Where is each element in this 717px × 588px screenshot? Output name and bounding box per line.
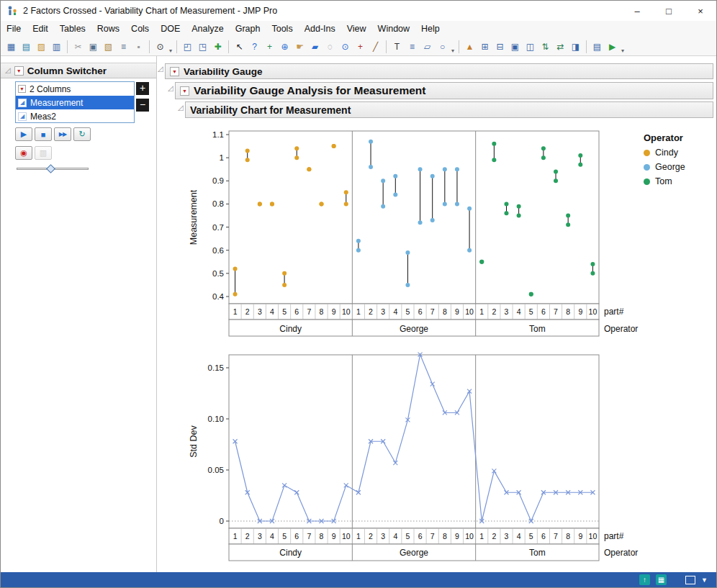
toolbar-overflow-icon[interactable]: ▾ — [621, 48, 624, 55]
menu-tables[interactable]: Tables — [54, 21, 91, 37]
svg-text:George: George — [400, 548, 428, 558]
script-icon[interactable]: ≡ — [117, 40, 130, 53]
copy-icon[interactable]: ▣ — [86, 40, 100, 53]
toolbar-overflow-icon[interactable]: ▾ — [169, 48, 172, 55]
legend-item-tom[interactable]: Tom — [644, 176, 685, 186]
toolbar-overflow-icon[interactable]: ▾ — [451, 48, 454, 55]
legend-label: Cindy — [655, 148, 678, 158]
crosshair-tool-icon[interactable]: + — [263, 40, 276, 53]
cut-icon[interactable]: ✂ — [71, 40, 85, 53]
oval-annotate-icon[interactable]: ○ — [436, 40, 449, 53]
speed-slider[interactable] — [17, 168, 89, 170]
new-journal-icon[interactable]: ▤ — [19, 40, 33, 53]
menu-file[interactable]: File — [1, 21, 27, 37]
stddev-chart-canvas[interactable]: 00.050.100.15123456789101234567891012345… — [166, 346, 713, 566]
lasso-tool-icon[interactable]: ◌ — [323, 40, 337, 53]
svg-text:10: 10 — [465, 307, 474, 316]
column-list-item[interactable]: ◢Meas2 — [16, 109, 134, 123]
report-icon[interactable]: ▣ — [508, 40, 522, 53]
menu-cols[interactable]: Cols — [125, 21, 155, 37]
disclosure-triangle-icon[interactable]: ◿ — [5, 67, 11, 74]
legend-item-cindy[interactable]: Cindy — [644, 148, 685, 158]
loop-button[interactable]: ↻ — [73, 127, 91, 141]
summary-icon[interactable]: ⊟ — [493, 40, 507, 53]
script-window-icon[interactable]: ▤ — [590, 40, 604, 53]
play-button[interactable]: ▶ — [15, 127, 32, 141]
save-icon[interactable]: ▥ — [50, 40, 63, 53]
svg-text:Cindy: Cindy — [279, 324, 302, 334]
column-list-item[interactable]: ◢Measurement — [16, 96, 134, 109]
status-menu-icon[interactable]: ▼ — [701, 576, 708, 584]
paste-icon[interactable]: ▧ — [102, 40, 115, 53]
speed-slider-thumb[interactable] — [46, 164, 55, 173]
copy-picture-icon[interactable]: ◰ — [181, 40, 194, 53]
plus-tool-icon[interactable]: + — [353, 40, 367, 53]
legend-item-george[interactable]: George — [644, 162, 685, 172]
stop-button[interactable]: ■ — [35, 127, 52, 141]
record-button[interactable]: ◉ — [15, 146, 32, 160]
menu-window[interactable]: Window — [372, 21, 415, 37]
menu-tools[interactable]: Tools — [266, 21, 298, 37]
menu-doe[interactable]: DOE — [155, 21, 186, 37]
polygon-annotate-icon[interactable]: ▱ — [420, 40, 434, 53]
open-icon[interactable]: ▨ — [35, 40, 48, 53]
red-triangle-menu-icon[interactable]: ▼ — [180, 86, 189, 96]
disclosure-triangle-icon[interactable]: ◿ — [158, 65, 163, 73]
brush-tool-icon[interactable]: ▰ — [308, 40, 322, 53]
svg-text:4: 4 — [270, 307, 274, 316]
arrow-tool-icon[interactable]: ↖ — [233, 40, 246, 53]
layout-icon[interactable]: ◫ — [523, 40, 537, 53]
minimize-button[interactable]: – — [621, 1, 653, 21]
svg-text:7: 7 — [430, 307, 435, 316]
menu-view[interactable]: View — [341, 21, 372, 37]
join-tables-icon[interactable]: ⇄ — [554, 40, 567, 53]
operator-legend: Operator CindyGeorgeTom — [644, 132, 685, 186]
add-graphics-icon[interactable]: ✚ — [211, 40, 225, 53]
grabber-tool-icon[interactable]: ☛ — [293, 40, 307, 53]
svg-text:3: 3 — [258, 307, 262, 316]
red-triangle-menu-icon[interactable]: ▼ — [170, 67, 179, 76]
help-tool-icon[interactable]: ? — [248, 40, 261, 53]
svg-text:7: 7 — [307, 532, 311, 540]
variability-chart-canvas[interactable]: 0.40.50.60.70.80.911.1123456789101234567… — [166, 123, 713, 346]
save-state-button[interactable]: ▥ — [35, 146, 52, 160]
status-upload-icon[interactable]: ↑ — [639, 574, 650, 585]
menu-graph[interactable]: Graph — [230, 21, 266, 37]
column-switcher-list[interactable]: ▼2 Columns◢Measurement◢Meas2 — [15, 81, 135, 123]
red-triangle-menu-icon[interactable]: ▼ — [14, 66, 24, 76]
status-window-icon[interactable] — [685, 576, 695, 584]
svg-text:5: 5 — [529, 307, 533, 316]
menu-edit[interactable]: Edit — [27, 21, 54, 37]
data-table-icon[interactable]: ⊞ — [478, 40, 492, 53]
step-button[interactable]: ▶▶ — [54, 127, 71, 141]
red-triangle-menu-icon[interactable]: ▼ — [18, 85, 26, 93]
globe-tool-icon[interactable]: ⊕ — [278, 40, 292, 53]
zoom-tool-icon[interactable]: ⊙ — [338, 40, 352, 53]
column-count-label: 2 Columns — [30, 84, 71, 94]
remove-column-button[interactable]: − — [136, 99, 149, 112]
maximize-button[interactable]: □ — [653, 1, 685, 21]
close-button[interactable]: × — [685, 1, 716, 21]
status-grid-icon[interactable]: ▦ — [656, 574, 667, 585]
column-count-row[interactable]: ▼2 Columns — [16, 82, 134, 96]
pencil-tool-icon[interactable]: ╱ — [369, 40, 382, 53]
menu-rows[interactable]: Rows — [91, 21, 125, 37]
new-data-table-icon[interactable]: ▦ — [4, 40, 18, 53]
svg-text:4: 4 — [270, 532, 274, 540]
sort-columns-icon[interactable]: ⇅ — [538, 40, 552, 53]
disclosure-triangle-icon[interactable]: ◿ — [168, 85, 173, 92]
run-script-icon[interactable]: ▶ — [605, 40, 619, 53]
caption-annotate-icon[interactable]: ≡ — [405, 40, 419, 53]
menu-analyze[interactable]: Analyze — [186, 21, 229, 37]
lock-icon[interactable]: ▪ — [132, 40, 145, 53]
add-column-button[interactable]: + — [136, 82, 149, 95]
text-annotate-icon[interactable]: T — [390, 40, 404, 53]
menu-addins[interactable]: Add-Ins — [299, 21, 341, 37]
paste-picture-icon[interactable]: ◳ — [196, 40, 209, 53]
transpose-icon[interactable]: ◨ — [569, 40, 582, 53]
search-icon[interactable]: ⊙ — [153, 40, 167, 53]
distribution-icon[interactable]: ▲ — [463, 40, 477, 53]
outline-title: Variability Chart for Measurement — [190, 104, 351, 116]
disclosure-triangle-icon[interactable]: ◿ — [178, 104, 184, 112]
menu-help[interactable]: Help — [415, 21, 446, 37]
